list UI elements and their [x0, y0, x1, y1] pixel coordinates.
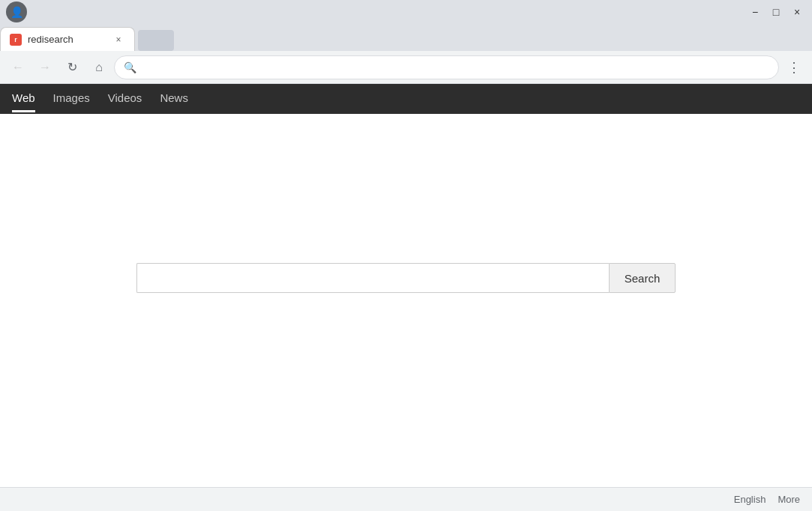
language-link[interactable]: English	[734, 494, 766, 505]
forward-button[interactable]: →	[33, 55, 57, 79]
title-bar: 👤 − □ ×	[0, 0, 812, 24]
tab-bar: r redisearch ×	[0, 24, 812, 51]
search-button[interactable]: Search	[609, 263, 676, 293]
back-button[interactable]: ←	[6, 55, 30, 79]
minimize-button[interactable]: −	[746, 3, 764, 21]
search-box-container: Search	[136, 263, 676, 293]
tab-title: redisearch	[28, 34, 106, 45]
search-input[interactable]	[136, 263, 609, 293]
more-link[interactable]: More	[778, 494, 800, 505]
close-button[interactable]: ×	[788, 3, 806, 21]
nav-bar: ← → ↻ ⌂ 🔍 ⋮	[0, 51, 812, 84]
home-button[interactable]: ⌂	[87, 55, 111, 79]
address-search-icon: 🔍	[124, 61, 136, 73]
address-input[interactable]	[142, 61, 769, 73]
tab-web[interactable]: Web	[12, 85, 35, 112]
favicon-icon: r	[10, 34, 22, 46]
tab-news[interactable]: News	[160, 85, 188, 112]
restore-button[interactable]: □	[767, 3, 785, 21]
tab-favicon: r	[10, 34, 22, 46]
new-tab-placeholder	[138, 30, 174, 51]
nav-more-button[interactable]: ⋮	[782, 55, 806, 79]
window-controls: − □ ×	[746, 3, 806, 21]
tab-images[interactable]: Images	[53, 85, 90, 112]
tab-videos[interactable]: Videos	[108, 85, 142, 112]
account-button[interactable]: 👤	[6, 1, 27, 22]
search-tabs: Web Images Videos News	[0, 84, 812, 114]
refresh-button[interactable]: ↻	[60, 55, 84, 79]
person-icon: 👤	[10, 6, 23, 18]
footer: English More	[0, 487, 812, 511]
main-content: Search	[0, 114, 812, 487]
tab-close-button[interactable]: ×	[112, 33, 125, 46]
address-bar[interactable]: 🔍	[114, 55, 779, 79]
active-tab[interactable]: r redisearch ×	[0, 27, 135, 51]
